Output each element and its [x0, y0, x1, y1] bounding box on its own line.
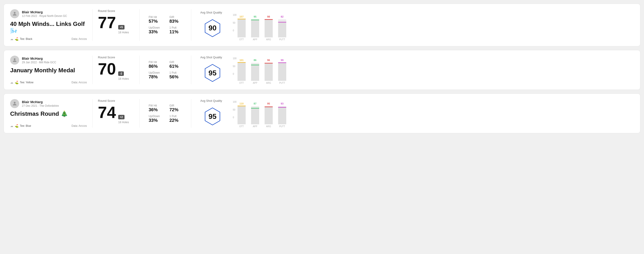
updown-value: 33%: [149, 118, 165, 123]
updown-label: Up/Down: [149, 26, 165, 29]
big-score: 74: [98, 104, 116, 121]
bar-group-app: 87 APP: [251, 102, 259, 128]
round-title: January Monthly Medal: [10, 67, 87, 74]
stats-section: FW Hit 57% GIR 83% Up/Down 33% 1 Putt 11…: [145, 9, 186, 41]
avatar: [10, 56, 19, 65]
fw-hit-value: 36%: [149, 107, 165, 112]
gir-value: 83%: [170, 19, 186, 24]
round-title: 40 Mph Winds... Links Golf 🌬️: [10, 20, 87, 34]
oneputt-value: 11%: [170, 29, 186, 34]
bar-group-app: 95 APP: [251, 15, 259, 41]
gir-label: GIR: [170, 104, 186, 107]
bar-group-arg: 95 ARG: [264, 102, 273, 128]
updown-label: Up/Down: [149, 115, 165, 118]
user-name: Blair McHarg: [22, 100, 59, 104]
y-axis: 100500: [233, 57, 236, 80]
tee-label: Tee: Yellow: [20, 81, 34, 84]
bar-group-putt: 99 PUTT: [278, 59, 286, 84]
bottom-row: ☁ ⛳ Tee: Blue Data: Arccos: [10, 124, 87, 128]
fw-hit-value: 86%: [149, 64, 165, 69]
round-title: Christmas Round 🎄: [10, 110, 87, 117]
oneputt-label: 1 Putt: [170, 71, 186, 74]
divider-3: [191, 9, 191, 41]
score-modifier: -2: [118, 71, 124, 76]
flag-icon: ⛳: [15, 37, 18, 41]
bottom-row: ☁ ⛳ Tee: Yellow Data: Arccos: [10, 81, 87, 84]
fw-hit-label: FW Hit: [149, 61, 165, 64]
divider-2: [140, 9, 140, 41]
person-icon: [12, 11, 17, 16]
divider-1: [92, 9, 92, 41]
flag-icon: ⛳: [15, 124, 18, 128]
user-info: Blair McHarg 27 Dec 2021 · The Oxfordshi…: [10, 99, 87, 108]
bottom-row: ☁ ⛳ Tee: Black Data: Arccos: [10, 37, 87, 41]
oneputt-value: 56%: [170, 74, 186, 80]
updown-stat: Up/Down 78%: [149, 71, 165, 80]
stats-section: FW Hit 86% GIR 61% Up/Down 78% 1 Putt 56…: [145, 56, 186, 84]
divider-3: [191, 56, 191, 84]
user-name: Blair McHarg: [22, 10, 67, 14]
round-score-label: Round Score: [98, 56, 134, 59]
fw-hit-label: FW Hit: [149, 104, 165, 107]
quality-label: Avg Shot Quality: [200, 99, 222, 103]
tee-info: ☁ ⛳ Tee: Black: [10, 37, 32, 41]
user-date-course: 12 Feb 2022 · Royal North Devon GC: [22, 14, 67, 17]
y-axis: 100500: [233, 101, 236, 123]
bar-group-ott: 107 OTT: [238, 15, 246, 41]
divider-2: [140, 99, 140, 128]
updown-stat: Up/Down 33%: [149, 115, 165, 123]
tee-label: Tee: Black: [20, 37, 32, 40]
quality-section: Avg Shot Quality 95: [197, 56, 228, 84]
person-icon: [12, 101, 17, 106]
cloud-icon: ☁: [10, 81, 13, 84]
gir-value: 72%: [170, 107, 186, 112]
divider-1: [92, 99, 92, 128]
hexagon-container: 90: [202, 17, 223, 39]
cloud-icon: ☁: [10, 37, 13, 41]
holes-label: 18 Holes: [118, 77, 129, 80]
fw-hit-stat: FW Hit 86%: [149, 61, 165, 69]
fw-hit-value: 57%: [149, 19, 165, 24]
gir-stat: GIR 72%: [170, 104, 186, 112]
chart-section: 100500 107 OTT 95: [228, 9, 634, 41]
hexagon-score: 95: [208, 112, 216, 121]
gir-value: 61%: [170, 64, 186, 69]
gir-label: GIR: [170, 15, 186, 19]
gir-stat: GIR 83%: [170, 15, 186, 24]
bar-group-ott: 101 OTT: [238, 59, 246, 84]
left-section: Blair McHarg 12 Feb 2022 · Royal North D…: [10, 9, 87, 41]
chart-section: 100500 101 OTT 86: [228, 56, 634, 84]
quality-section: Avg Shot Quality 90: [197, 9, 228, 41]
svg-point-0: [14, 12, 16, 14]
big-score: 70: [98, 61, 116, 77]
data-source: Data: Arccos: [72, 124, 87, 127]
gir-label: GIR: [170, 61, 186, 64]
divider-2: [140, 56, 140, 84]
holes-label: 18 Holes: [118, 31, 129, 34]
updown-value: 78%: [149, 74, 165, 80]
oneputt-stat: 1 Putt 11%: [170, 26, 186, 34]
round-card-1: Blair McHarg 12 Feb 2022 · Royal North D…: [4, 3, 640, 46]
holes-label: 18 Holes: [118, 121, 129, 124]
updown-stat: Up/Down 33%: [149, 26, 165, 34]
tee-info: ☁ ⛳ Tee: Yellow: [10, 81, 34, 84]
person-icon: [12, 57, 17, 63]
fw-hit-label: FW Hit: [149, 15, 165, 19]
cloud-icon: ☁: [10, 124, 13, 128]
quality-section: Avg Shot Quality 95: [197, 99, 228, 128]
hexagon-score: 90: [208, 24, 216, 32]
hexagon-container: 95: [202, 105, 223, 128]
divider-1: [92, 56, 92, 84]
hexagon-container: 95: [202, 62, 223, 84]
user-info: Blair McHarg 29 Jan 2022 · Mill Ride GCC: [10, 56, 87, 65]
updown-label: Up/Down: [149, 71, 165, 74]
divider-3: [191, 99, 191, 128]
avatar: [10, 99, 19, 108]
chart-section: 100500 110 OTT 87: [228, 99, 634, 128]
svg-point-1: [14, 58, 16, 60]
score-section: Round Score 77 +5 18 Holes: [98, 9, 134, 41]
score-section: Round Score 70 -2 18 Holes: [98, 56, 134, 84]
round-score-label: Round Score: [98, 99, 134, 103]
bar-group-arg: 96 ARG: [264, 59, 273, 84]
quality-label: Avg Shot Quality: [200, 11, 222, 14]
